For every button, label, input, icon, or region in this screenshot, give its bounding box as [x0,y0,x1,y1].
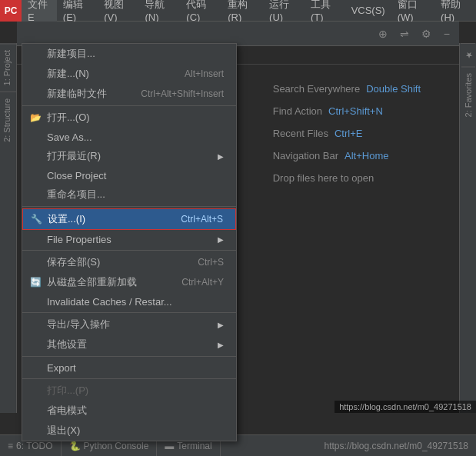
menu-print-label: 打印...(P) [47,384,88,398]
sidebar-item-project[interactable]: 1: Project [0,43,16,92]
menu-open-recent[interactable]: 打开最近(R) ▶ [22,146,236,166]
python-console-label: Python Console [84,441,149,451]
menu-close-project[interactable]: Close Project [22,166,236,185]
separator-6 [22,378,236,379]
hint-find-action-key: Ctrl+Shift+N [328,105,383,117]
hint-navigation-key: Alt+Home [345,150,388,161]
menu-new-shortcut: Alt+Insert [185,68,224,79]
export-import-arrow: ▶ [218,321,224,329]
todo-label: 6: TODO [16,441,53,451]
menu-tools[interactable]: 工具(T) [305,0,345,22]
todo-icon: ≡ [8,441,13,451]
menu-vcs-label: VCS(S) [351,5,385,16]
menu-open-recent-label: 打开最近(R) [47,149,101,163]
menu-reload-from-disk[interactable]: 🔄 从磁盘全部重新加载 Ctrl+Alt+Y [22,272,236,292]
python-icon: 🐍 [69,441,81,451]
menu-code[interactable]: 代码(C) [180,0,221,22]
menu-print[interactable]: 打印...(P) [22,381,236,401]
open-recent-arrow: ▶ [218,152,224,161]
menu-view[interactable]: 视图(V) [98,0,138,22]
globe-icon[interactable]: ⊕ [375,26,391,42]
menu-exit[interactable]: 退出(X) [22,421,236,441]
sidebar-project-label: 1: Project [2,50,12,85]
menu-new-scratch-shortcut: Ctrl+Alt+Shift+Insert [141,88,224,99]
menu-navigate-label: 导航(N) [145,0,174,23]
hint-recent-files: Recent Files Ctrl+E [273,128,421,139]
menu-close-project-label: Close Project [47,170,106,181]
right-sidebar: ★ 2: Favorites [459,43,476,413]
menu-tools-label: 工具(T) [311,0,339,23]
hint-find-action: Find Action Ctrl+Shift+N [273,105,421,117]
hint-recent-files-key: Ctrl+E [335,128,362,139]
menu-power-save[interactable]: 省电模式 [22,401,236,421]
menu-export-import-label: 导出/导入操作 [47,318,110,331]
menu-new-scratch[interactable]: 新建临时文件 Ctrl+Alt+Shift+Insert [22,84,236,104]
hint-find-action-text: Find Action [273,105,322,117]
separator-2 [22,206,236,207]
menu-export[interactable]: Export [22,358,236,377]
menu-other-settings[interactable]: 其他设置 ▶ [22,335,236,354]
menu-settings[interactable]: 🔧 设置...(I) Ctrl+Alt+S [22,208,236,230]
menu-other-settings-label: 其他设置 [47,338,87,351]
separator-1 [22,105,236,106]
menu-new-label: 新建...(N) [47,67,89,81]
menu-rename-project-label: 重命名项目... [47,188,105,201]
sidebar-item-structure[interactable]: 2: Structure [0,92,16,148]
hint-search: Search Everywhere Double Shift [273,83,421,95]
settings-icon[interactable]: ⚙ [418,26,434,42]
menu-window[interactable]: 窗口(W) [391,0,434,22]
menu-reload-from-disk-label: 从磁盘全部重新加载 [47,275,137,289]
hint-recent-files-text: Recent Files [273,128,328,139]
menu-vcs[interactable]: VCS(S) [345,0,391,22]
minimize-icon[interactable]: − [441,26,453,42]
menu-code-label: 代码(C) [186,0,215,23]
menu-edit-label: 编辑(E) [63,0,92,23]
hint-navigation-text: Navigation Bar [273,150,338,161]
url-text: https://blog.csdn.net/m0_49271518 [339,402,471,411]
menu-open-label: 打开...(O) [47,111,90,125]
menu-file-label: 文件E [28,0,51,23]
left-sidebar: 1: Project 2: Structure [0,43,17,413]
hint-drop-files: Drop files here to open [273,172,421,184]
hint-search-text: Search Everywhere [273,83,360,95]
file-properties-arrow: ▶ [218,235,224,244]
menu-save-as-label: Save As... [47,131,92,143]
separator-5 [22,356,236,357]
menu-new-project[interactable]: 新建项目... [22,44,236,64]
menu-file-properties[interactable]: File Properties ▶ [22,230,236,248]
menu-file[interactable]: 文件E [22,0,57,22]
menu-settings-label: 设置...(I) [48,212,85,226]
menu-new-scratch-label: 新建临时文件 [47,87,107,101]
menu-run[interactable]: 运行(U) [263,0,305,22]
menu-help[interactable]: 帮助(H) [434,0,476,22]
url-display: https://blog.csdn.net/m0_49271518 [335,401,476,413]
menu-reload-shortcut: Ctrl+Alt+Y [181,277,224,288]
menu-save-all-shortcut: Ctrl+S [198,257,224,268]
menu-new[interactable]: 新建...(N) Alt+Insert [22,64,236,84]
menubar: PC 文件E 编辑(E) 视图(V) 导航(N) 代码(C) 重构(R) 运行(… [0,0,476,22]
sidebar-item-favorites-label[interactable]: 2: Favorites [461,66,475,123]
menu-new-project-label: 新建项目... [47,47,95,61]
menu-edit[interactable]: 编辑(E) [57,0,98,22]
sidebar-structure-label: 2: Structure [2,98,12,142]
menu-invalidate-caches[interactable]: Invalidate Caches / Restar... [22,292,236,311]
sidebar-favorites-label: ★ [464,50,473,60]
menu-help-label: 帮助(H) [441,0,470,23]
menu-navigate[interactable]: 导航(N) [138,0,180,22]
menu-refactor[interactable]: 重构(R) [221,0,263,22]
menu-save-all[interactable]: 保存全部(S) Ctrl+S [22,252,236,272]
menu-export-import[interactable]: 导出/导入操作 ▶ [22,315,236,335]
menu-invalidate-caches-label: Invalidate Caches / Restar... [47,296,172,308]
statusbar-url-text: https://blog.csdn.net/m0_49271518 [325,441,468,451]
hint-search-key: Double Shift [366,83,421,95]
menu-rename-project[interactable]: 重命名项目... [22,185,236,205]
split-icon[interactable]: ⇌ [397,26,412,42]
menu-window-label: 窗口(W) [398,0,428,23]
menu-save-as[interactable]: Save As... [22,128,236,146]
menu-open[interactable]: 📂 打开...(O) [22,108,236,128]
sidebar-item-favorites[interactable]: ★ [461,43,475,66]
menu-run-label: 运行(U) [269,0,298,23]
menu-power-save-label: 省电模式 [47,404,87,418]
separator-4 [22,312,236,313]
welcome-hints: Search Everywhere Double Shift Find Acti… [273,83,421,184]
